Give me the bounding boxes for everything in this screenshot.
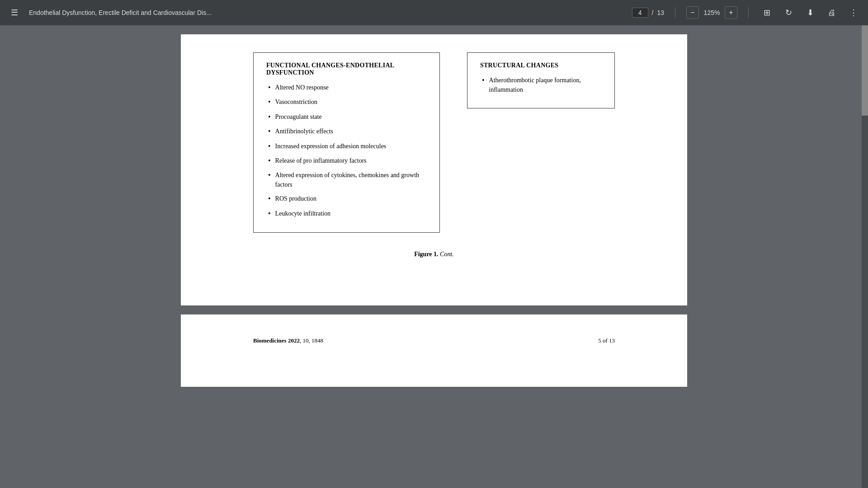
rotate-button[interactable]: ↻ bbox=[781, 5, 796, 20]
divider-1 bbox=[675, 7, 675, 18]
pdf-page-5-partial: Biomedicines 2022, 10, 1848 5 of 13 bbox=[181, 314, 687, 387]
fit-page-icon: ⊞ bbox=[764, 8, 770, 18]
list-item: Vasoconstriction bbox=[266, 97, 427, 107]
functional-changes-list: Altered NO response Vasoconstriction Pro… bbox=[266, 83, 427, 219]
more-icon: ⋮ bbox=[849, 8, 858, 18]
list-item: Leukocyte infiltration bbox=[266, 209, 427, 219]
download-icon: ⬇ bbox=[807, 8, 814, 18]
page-footer: Biomedicines 2022, 10, 1848 5 of 13 bbox=[253, 333, 615, 344]
footer-journal: Biomedicines 2022, 10, 1848 bbox=[253, 337, 323, 344]
list-item: Antifibrinolytic effects bbox=[266, 127, 427, 136]
zoom-value: 125% bbox=[702, 9, 722, 16]
structural-changes-list: Atherothrombotic plaque formation, infla… bbox=[480, 75, 602, 94]
figure-caption: Figure 1. Cont. bbox=[253, 251, 615, 258]
total-pages: 13 bbox=[657, 9, 664, 16]
list-item: Procoagulant state bbox=[266, 112, 427, 122]
page-separator: / bbox=[652, 9, 654, 16]
functional-changes-box: FUNCTIONAL CHANGES-ENDOTHELIAL DYSFUNCTI… bbox=[253, 52, 440, 233]
scrollbar[interactable] bbox=[862, 25, 868, 488]
toolbar: ☰ Endothelial Dysfunction, Erectile Defi… bbox=[0, 0, 868, 25]
footer-journal-italic: Biomedicines bbox=[253, 337, 288, 344]
zoom-controls: − 125% + bbox=[686, 6, 737, 19]
list-item: ROS production bbox=[266, 194, 427, 204]
list-item: Altered expression of cytokines, chemoki… bbox=[266, 170, 427, 189]
figure-label: Figure 1. bbox=[414, 251, 438, 258]
toolbar-action-icons: ⊞ ↻ ⬇ 🖨 ⋮ bbox=[760, 5, 861, 20]
page-number-input[interactable] bbox=[632, 8, 648, 18]
functional-changes-title: FUNCTIONAL CHANGES-ENDOTHELIAL DYSFUNCTI… bbox=[266, 62, 427, 76]
zoom-decrease-button[interactable]: − bbox=[686, 6, 699, 19]
document-title: Endothelial Dysfunction, Erectile Defici… bbox=[29, 9, 625, 16]
structural-changes-title: STRUCTURAL CHANGES bbox=[480, 62, 602, 69]
structural-changes-box: STRUCTURAL CHANGES Atherothrombotic plaq… bbox=[467, 52, 615, 108]
figure-content: FUNCTIONAL CHANGES-ENDOTHELIAL DYSFUNCTI… bbox=[253, 52, 615, 233]
more-options-button[interactable]: ⋮ bbox=[846, 5, 861, 20]
scrollbar-thumb[interactable] bbox=[862, 25, 868, 116]
footer-year-bold: 2022, 10, 1848 bbox=[288, 337, 323, 344]
list-item: Increased expression of adhesion molecul… bbox=[266, 141, 427, 151]
list-item: Release of pro inflammatory factors bbox=[266, 156, 427, 166]
rotate-icon: ↻ bbox=[785, 8, 792, 18]
list-item: Atherothrombotic plaque formation, infla… bbox=[480, 75, 602, 94]
divider-2 bbox=[748, 7, 749, 18]
pdf-page-4: FUNCTIONAL CHANGES-ENDOTHELIAL DYSFUNCTI… bbox=[181, 34, 687, 305]
page-navigation: / 13 bbox=[632, 8, 664, 18]
figure-caption-italic: Cont. bbox=[440, 251, 454, 258]
print-icon: 🖨 bbox=[828, 8, 836, 18]
fit-page-button[interactable]: ⊞ bbox=[760, 5, 774, 20]
menu-button[interactable]: ☰ bbox=[7, 5, 22, 20]
menu-icon: ☰ bbox=[11, 8, 18, 18]
list-item: Altered NO response bbox=[266, 83, 427, 93]
main-content-area[interactable]: FUNCTIONAL CHANGES-ENDOTHELIAL DYSFUNCTI… bbox=[0, 25, 868, 488]
download-button[interactable]: ⬇ bbox=[803, 5, 817, 20]
print-button[interactable]: 🖨 bbox=[825, 5, 839, 20]
zoom-increase-button[interactable]: + bbox=[725, 6, 737, 19]
footer-page-number: 5 of 13 bbox=[598, 337, 615, 344]
